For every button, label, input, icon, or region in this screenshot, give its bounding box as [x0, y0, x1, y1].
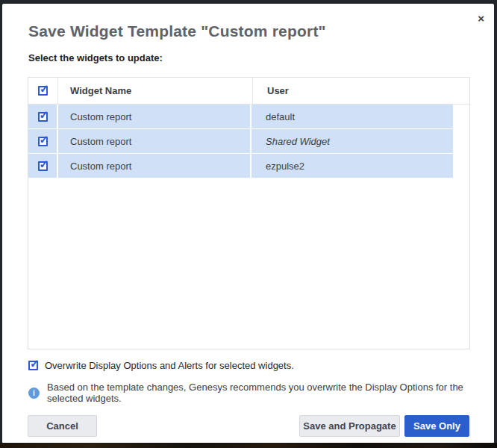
row-widget-name: Custom report [58, 154, 251, 178]
table-header-row: Widget Name User [28, 78, 469, 105]
row-check-cell [28, 154, 58, 178]
overwrite-option-row: Overwrite Display Options and Alerts for… [28, 360, 294, 371]
row-checkbox[interactable] [38, 161, 48, 171]
overwrite-checkbox[interactable] [28, 361, 38, 370]
dialog-subtitle: Select the widgets to update: [28, 52, 163, 63]
save-and-propagate-button[interactable]: Save and Propagate [299, 415, 400, 437]
table-body: Custom report default Custom report Shar… [28, 105, 453, 178]
row-checkbox[interactable] [38, 112, 48, 122]
info-icon: i [28, 388, 40, 399]
select-all-checkbox[interactable] [38, 86, 48, 96]
table-row[interactable]: Custom report Shared Widget [28, 129, 453, 154]
table-row[interactable]: Custom report ezpulse2 [28, 154, 453, 178]
save-only-button[interactable]: Save Only [404, 415, 469, 437]
info-note-row: i Based on the template changes, Genesys… [28, 382, 494, 404]
row-user: ezpulse2 [251, 154, 453, 178]
row-check-cell [28, 129, 58, 153]
save-widget-template-dialog: × Save Widget Template "Custom report" S… [2, 4, 494, 444]
select-all-cell [28, 78, 58, 104]
row-widget-name: Custom report [58, 129, 251, 153]
background-page-edge [0, 443, 497, 448]
row-checkbox[interactable] [38, 137, 48, 146]
info-note-text: Based on the template changes, Genesys r… [47, 382, 494, 404]
widgets-table: Widget Name User Custom report default C… [28, 77, 470, 349]
column-header-widget-name: Widget Name [58, 78, 253, 104]
row-user: Shared Widget [251, 129, 453, 153]
dialog-title: Save Widget Template "Custom report" [28, 22, 326, 40]
table-row[interactable]: Custom report default [28, 105, 453, 129]
row-user: default [251, 105, 453, 128]
close-icon[interactable]: × [478, 13, 484, 24]
cancel-button[interactable]: Cancel [28, 415, 97, 437]
dialog-footer: Cancel Save and Propagate Save Only [28, 415, 469, 437]
overwrite-label: Overwrite Display Options and Alerts for… [45, 360, 294, 371]
column-header-user: User [253, 78, 469, 104]
row-check-cell [28, 105, 58, 128]
footer-action-group: Save and Propagate Save Only [299, 415, 469, 437]
row-widget-name: Custom report [58, 105, 251, 128]
